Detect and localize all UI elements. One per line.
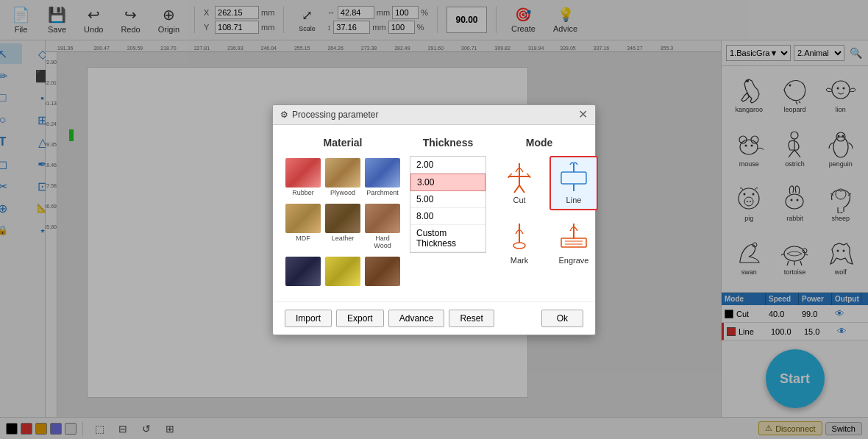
material-item7[interactable] xyxy=(285,254,321,290)
modal-body: Material Rubber Plywood xyxy=(273,125,595,301)
material-mdf[interactable]: MDF xyxy=(285,201,321,251)
svg-point-39 xyxy=(513,243,525,249)
material-grid: Rubber Plywood Parchment xyxy=(285,156,401,290)
thickness-list: 2.00 3.00 5.00 8.00 Custom Thickness xyxy=(410,156,486,253)
modal-close-button[interactable]: ✕ xyxy=(578,109,588,121)
cut-mode-text: Cut xyxy=(513,196,525,204)
mode-mark[interactable]: Mark xyxy=(495,216,544,271)
material-rubber[interactable]: Rubber xyxy=(285,156,321,199)
mode-header: Mode xyxy=(495,137,583,149)
modal-footer: Import Export Advance Reset Ok xyxy=(273,301,595,335)
plywood-image xyxy=(325,158,360,188)
modal-footer-buttons: Import Export Advance Reset xyxy=(285,310,494,327)
thickness-header: Thickness xyxy=(410,137,486,149)
mode-cut[interactable]: Cut xyxy=(495,156,544,210)
material-item9[interactable] xyxy=(364,254,401,290)
leather-label: Leather xyxy=(332,235,355,242)
modal-header: ⚙ Processing parameter ✕ xyxy=(273,105,595,125)
mark-mode-text: Mark xyxy=(511,256,528,265)
svg-rect-35 xyxy=(561,172,586,184)
hardwood-label: Hard Wood xyxy=(366,235,399,249)
material-plywood[interactable]: Plywood xyxy=(324,156,361,199)
import-button[interactable]: Import xyxy=(285,310,332,327)
export-button[interactable]: Export xyxy=(336,310,384,327)
cut-mode-icon xyxy=(501,162,538,193)
material-column: Material Rubber Plywood xyxy=(285,137,401,290)
line-mode-text: Line xyxy=(566,196,582,204)
modal-columns: Material Rubber Plywood xyxy=(285,137,583,290)
rubber-label: Rubber xyxy=(292,189,314,196)
thickness-2mm[interactable]: 2.00 xyxy=(410,157,485,174)
material-hardwood[interactable]: Hard Wood xyxy=(364,201,401,251)
item9-image xyxy=(365,257,400,286)
rubber-image xyxy=(285,158,321,188)
material-item8[interactable] xyxy=(324,254,361,290)
mode-engrave[interactable]: Engrave xyxy=(549,216,598,271)
modal-title: ⚙ Processing parameter xyxy=(280,110,378,120)
mdf-image xyxy=(285,204,321,233)
thickness-5mm[interactable]: 5.00 xyxy=(410,191,485,208)
material-leather[interactable]: Leather xyxy=(324,201,361,251)
mode-line[interactable]: Line xyxy=(549,156,598,210)
material-header: Material xyxy=(285,137,401,149)
ok-button[interactable]: Ok xyxy=(541,310,583,327)
modal-icon: ⚙ xyxy=(280,110,288,120)
svg-rect-41 xyxy=(561,238,586,247)
engrave-mode-icon xyxy=(555,222,592,253)
advance-button[interactable]: Advance xyxy=(388,310,445,327)
modal-overlay: ⚙ Processing parameter ✕ Material Rubber xyxy=(0,0,868,439)
plywood-label: Plywood xyxy=(330,189,355,196)
hardwood-image xyxy=(365,204,400,233)
material-parchment[interactable]: Parchment xyxy=(364,156,401,199)
engrave-mode-text: Engrave xyxy=(559,256,589,265)
svg-line-34 xyxy=(519,185,524,193)
modal-title-text: Processing parameter xyxy=(292,110,378,120)
mark-mode-icon xyxy=(501,222,538,253)
reset-button[interactable]: Reset xyxy=(449,310,494,327)
mode-column: Mode xyxy=(495,137,583,290)
thickness-8mm[interactable]: 8.00 xyxy=(410,208,485,225)
thickness-custom[interactable]: Custom Thickness xyxy=(410,225,485,252)
svg-line-33 xyxy=(514,185,519,193)
thickness-column: Thickness 2.00 3.00 5.00 8.00 Custom Thi… xyxy=(410,137,486,290)
mdf-label: MDF xyxy=(296,235,310,242)
line-mode-icon xyxy=(555,162,592,193)
leather-image xyxy=(325,204,360,233)
item7-image xyxy=(285,257,321,286)
mode-options-grid: Cut Lin xyxy=(495,156,583,271)
processing-parameter-dialog: ⚙ Processing parameter ✕ Material Rubber xyxy=(272,104,596,335)
item8-image xyxy=(325,257,360,286)
thickness-3mm[interactable]: 3.00 xyxy=(410,174,485,191)
parchment-image xyxy=(365,158,400,188)
parchment-label: Parchment xyxy=(366,189,399,196)
